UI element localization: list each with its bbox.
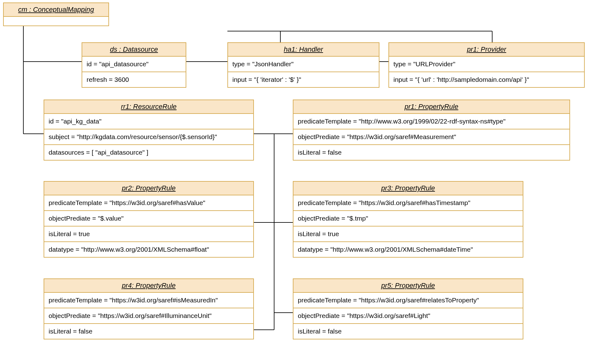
pr5-property-rule: pr5: PropertyRule predicateTemplate = "h…	[293, 278, 523, 339]
pr5-object: objectPrediate = "https://w3id.org/saref…	[293, 308, 523, 323]
ds-datasource: ds : Datasource id = "api_datasource" re…	[82, 42, 186, 88]
pr1-rule-object: objectPrediate = "https://w3id.org/saref…	[293, 129, 569, 144]
cm-conceptual-mapping: cm : ConceptualMapping	[3, 2, 109, 26]
pr3-literal: isLiteral = true	[293, 226, 523, 241]
pr3-datatype: datatype = "http://www.w3.org/2001/XMLSc…	[293, 241, 523, 257]
rr1-subject: subject = "http://kgdata.com/resource/se…	[44, 129, 253, 144]
pr3-property-rule: pr3: PropertyRule predicateTemplate = "h…	[293, 181, 523, 258]
pr2-datatype: datatype = "http://www.w3.org/2001/XMLSc…	[44, 241, 253, 257]
pr5-title: pr5: PropertyRule	[293, 279, 523, 293]
pr3-object: objectPrediate = "$.tmp"	[293, 210, 523, 226]
pr4-object: objectPrediate = "https://w3id.org/saref…	[44, 308, 253, 323]
rr1-resource-rule: rr1: ResourceRule id = "api_kg_data" sub…	[44, 100, 254, 161]
ha1-type: type = "JsonHandler"	[228, 57, 379, 72]
cm-title: cm : ConceptualMapping	[4, 3, 108, 17]
ha1-title: ha1: Handler	[228, 43, 379, 57]
rr1-id: id = "api_kg_data"	[44, 114, 253, 129]
pr4-predicate: predicateTemplate = "https://w3id.org/sa…	[44, 293, 253, 308]
pr2-property-rule: pr2: PropertyRule predicateTemplate = "h…	[44, 181, 254, 258]
ds-title: ds : Datasource	[82, 43, 186, 57]
pr1-provider: pr1: Provider type = "URLProvider" input…	[388, 42, 585, 88]
pr1-provider-input: input = "{ 'url' : 'http://sampledomain.…	[389, 72, 584, 87]
pr4-literal: isLiteral = false	[44, 323, 253, 339]
ds-refresh: refresh = 3600	[82, 72, 186, 87]
pr4-title: pr4: PropertyRule	[44, 279, 253, 293]
pr1-provider-title: pr1: Provider	[389, 43, 584, 57]
pr1-rule-predicate: predicateTemplate = "http://www.w3.org/1…	[293, 114, 569, 129]
pr5-literal: isLiteral = false	[293, 323, 523, 339]
pr1-rule-literal: isLiteral = false	[293, 144, 569, 160]
ha1-handler: ha1: Handler type = "JsonHandler" input …	[227, 42, 379, 88]
pr1-provider-type: type = "URLProvider"	[389, 57, 584, 72]
cm-empty-body	[4, 17, 108, 26]
pr4-property-rule: pr4: PropertyRule predicateTemplate = "h…	[44, 278, 254, 339]
rr1-title: rr1: ResourceRule	[44, 100, 253, 114]
pr2-literal: isLiteral = true	[44, 226, 253, 241]
pr2-predicate: predicateTemplate = "https://w3id.org/sa…	[44, 195, 253, 210]
pr3-predicate: predicateTemplate = "https://w3id.org/sa…	[293, 195, 523, 210]
pr2-object: objectPrediate = "$.value"	[44, 210, 253, 226]
pr2-title: pr2: PropertyRule	[44, 182, 253, 195]
rr1-datasources: datasources = [ "api_datasource" ]	[44, 144, 253, 160]
ds-id: id = "api_datasource"	[82, 57, 186, 72]
pr1-rule-title: pr1: PropertyRule	[293, 100, 569, 114]
pr5-predicate: predicateTemplate = "https://w3id.org/sa…	[293, 293, 523, 308]
ha1-input: input = "{ 'iterator' : '$' }"	[228, 72, 379, 87]
pr3-title: pr3: PropertyRule	[293, 182, 523, 195]
pr1-property-rule: pr1: PropertyRule predicateTemplate = "h…	[293, 100, 570, 161]
